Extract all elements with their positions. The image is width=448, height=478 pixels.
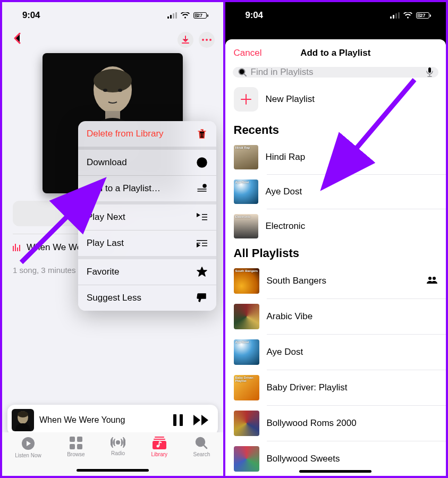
tab-listen-now[interactable]: Listen Now <box>15 437 41 476</box>
playlist-art: Baby Driver: Playlist <box>234 375 259 400</box>
play-next-icon <box>196 211 208 223</box>
section-all-playlists: All Playlists <box>225 243 446 263</box>
wifi-icon <box>181 12 190 19</box>
playlist-row[interactable]: Arabic Vibe <box>225 299 446 334</box>
svg-rect-26 <box>154 439 165 440</box>
playlist-title: Aye Dost <box>267 347 438 357</box>
svg-rect-1 <box>170 15 172 19</box>
status-bar: 9:04 27 <box>225 2 446 29</box>
all-playlists-list: South Bangers South Bangers Arabic Vibe … <box>225 263 446 476</box>
svg-rect-22 <box>70 444 75 449</box>
tab-search[interactable]: Search <box>193 437 210 476</box>
playlist-title: Aye Dost <box>266 186 438 197</box>
plus-icon <box>240 93 252 105</box>
cancel-button[interactable]: Cancel <box>234 48 262 58</box>
phone-left: 9:04 27 <box>2 2 225 476</box>
playlist-row[interactable]: Hindi Rap Hindi Rap <box>225 140 446 174</box>
status-time: 9:04 <box>246 10 263 21</box>
add-to-playlist-icon <box>196 183 208 194</box>
playlist-title: Bollywood Roms 2000 <box>267 418 438 429</box>
context-menu: Delete from Library Download Add to a Pl… <box>78 121 216 311</box>
playlist-art <box>234 446 259 472</box>
thumbs-down-icon <box>196 292 208 304</box>
cellular-icon <box>167 12 177 19</box>
playlist-art: Aye Dost <box>234 339 259 365</box>
svg-rect-25 <box>155 437 164 438</box>
svg-point-37 <box>428 277 432 280</box>
playlist-title: Bollywood Sweets <box>267 454 438 464</box>
svg-point-8 <box>94 69 132 92</box>
playlist-art: Electronic <box>234 214 258 238</box>
new-playlist-row[interactable]: New Playlist <box>225 85 446 120</box>
home-indicator[interactable] <box>77 469 149 472</box>
svg-rect-36 <box>428 67 431 73</box>
tab-library[interactable]: Library <box>151 437 167 476</box>
cellular-icon <box>390 12 400 19</box>
svg-rect-18 <box>180 414 183 426</box>
download-button[interactable] <box>177 32 193 48</box>
battery-level: 27 <box>420 13 425 18</box>
sheet-header: Cancel Add to a Playlist <box>225 39 446 67</box>
menu-suggest-less[interactable]: Suggest Less <box>78 285 216 311</box>
playlist-row[interactable]: Bollywood Roms 2000 <box>225 406 446 441</box>
svg-point-6 <box>209 39 212 41</box>
back-button[interactable] <box>11 32 24 47</box>
svg-point-38 <box>433 277 436 280</box>
playlist-row[interactable]: Electronic Electronic <box>225 209 446 243</box>
svg-rect-3 <box>175 12 177 19</box>
svg-rect-17 <box>173 414 176 426</box>
new-playlist-label: New Playlist <box>266 94 315 105</box>
playlist-row[interactable]: South Bangers South Bangers <box>225 263 446 298</box>
status-indicators: 27 <box>167 12 208 19</box>
home-indicator[interactable] <box>299 470 371 473</box>
phone-right: 9:04 27 Cancel Add to a Playlist New Pla… <box>225 2 446 476</box>
svg-rect-23 <box>77 444 82 449</box>
svg-rect-2 <box>173 13 174 19</box>
playing-animation-icon <box>13 244 20 251</box>
play-last-icon <box>196 237 208 249</box>
svg-rect-31 <box>390 16 392 19</box>
menu-play-next[interactable]: Play Next <box>78 204 216 231</box>
svg-rect-0 <box>167 16 169 19</box>
star-icon <box>196 266 208 278</box>
status-bar: 9:04 27 <box>2 2 223 29</box>
playlist-row[interactable]: Aye Dost Aye Dost <box>225 175 446 209</box>
playlist-art: Hindi Rap <box>234 145 258 169</box>
sheet-title: Add to a Playlist <box>300 48 370 58</box>
menu-add-to-playlist[interactable]: Add to a Playlist… <box>78 176 216 204</box>
nav-bar <box>2 29 223 53</box>
dictation-icon[interactable] <box>426 67 433 77</box>
now-playing-bar[interactable]: When We Were Young <box>7 405 218 436</box>
playlist-row[interactable]: Aye Dost Aye Dost <box>225 335 446 370</box>
playlist-art <box>234 411 259 436</box>
sheet-add-to-playlist: Cancel Add to a Playlist New Playlist Re… <box>225 39 446 476</box>
playlist-art: South Bangers <box>234 268 259 294</box>
status-time: 9:04 <box>22 10 40 21</box>
search-icon <box>238 68 247 76</box>
search-input[interactable] <box>251 67 422 78</box>
svg-rect-29 <box>158 442 159 446</box>
playlist-title: Electronic <box>266 221 438 232</box>
svg-point-4 <box>202 39 204 41</box>
search-bar[interactable] <box>233 67 439 78</box>
download-circle-icon <box>196 157 208 168</box>
svg-point-9 <box>103 89 107 92</box>
svg-point-24 <box>116 441 120 444</box>
pause-button[interactable] <box>173 414 183 426</box>
recents-list: Hindi Rap Hindi Rap Aye Dost Aye Dost El… <box>225 140 446 243</box>
new-playlist-button[interactable] <box>234 87 258 112</box>
playlist-row[interactable]: Baby Driver: Playlist Baby Driver: Playl… <box>225 370 446 405</box>
now-playing-art <box>12 409 34 431</box>
next-button[interactable] <box>193 415 209 425</box>
playlist-title: Baby Driver: Playlist <box>267 382 438 393</box>
battery-level: 27 <box>197 13 202 18</box>
menu-download[interactable]: Download <box>78 150 216 176</box>
menu-delete-from-library[interactable]: Delete from Library <box>78 121 216 150</box>
svg-point-16 <box>18 411 28 417</box>
more-button[interactable] <box>199 32 215 48</box>
playlist-art <box>234 304 259 329</box>
playlist-art: Aye Dost <box>234 180 258 204</box>
menu-favorite[interactable]: Favorite <box>78 259 216 285</box>
menu-play-last[interactable]: Play Last <box>78 231 216 259</box>
svg-rect-21 <box>77 437 82 442</box>
